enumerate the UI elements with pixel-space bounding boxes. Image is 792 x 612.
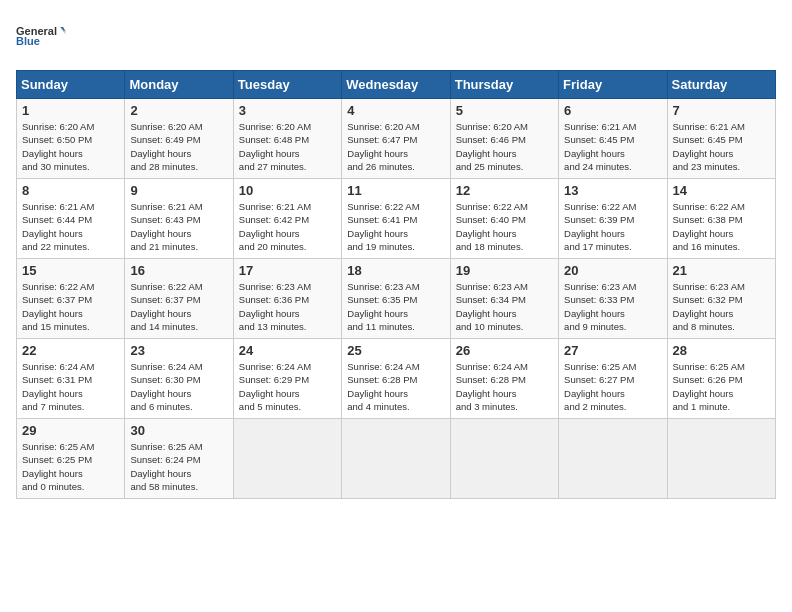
calendar-day: 30Sunrise: 6:25 AMSunset: 6:24 PMDayligh… — [125, 419, 233, 499]
day-info: Sunrise: 6:20 AMSunset: 6:50 PMDaylight … — [22, 120, 119, 173]
weekday-header: Wednesday — [342, 71, 450, 99]
day-number: 18 — [347, 263, 444, 278]
calendar-week: 8Sunrise: 6:21 AMSunset: 6:44 PMDaylight… — [17, 179, 776, 259]
day-info: Sunrise: 6:22 AMSunset: 6:41 PMDaylight … — [347, 200, 444, 253]
calendar-day: 12Sunrise: 6:22 AMSunset: 6:40 PMDayligh… — [450, 179, 558, 259]
calendar-day: 28Sunrise: 6:25 AMSunset: 6:26 PMDayligh… — [667, 339, 775, 419]
weekday-header: Sunday — [17, 71, 125, 99]
day-info: Sunrise: 6:21 AMSunset: 6:42 PMDaylight … — [239, 200, 336, 253]
day-info: Sunrise: 6:22 AMSunset: 6:40 PMDaylight … — [456, 200, 553, 253]
day-number: 15 — [22, 263, 119, 278]
calendar-day: 1Sunrise: 6:20 AMSunset: 6:50 PMDaylight… — [17, 99, 125, 179]
calendar-day: 21Sunrise: 6:23 AMSunset: 6:32 PMDayligh… — [667, 259, 775, 339]
calendar-day: 8Sunrise: 6:21 AMSunset: 6:44 PMDaylight… — [17, 179, 125, 259]
day-info: Sunrise: 6:23 AMSunset: 6:36 PMDaylight … — [239, 280, 336, 333]
calendar-week: 22Sunrise: 6:24 AMSunset: 6:31 PMDayligh… — [17, 339, 776, 419]
calendar-day: 25Sunrise: 6:24 AMSunset: 6:28 PMDayligh… — [342, 339, 450, 419]
calendar-day: 19Sunrise: 6:23 AMSunset: 6:34 PMDayligh… — [450, 259, 558, 339]
calendar-day: 7Sunrise: 6:21 AMSunset: 6:45 PMDaylight… — [667, 99, 775, 179]
day-info: Sunrise: 6:25 AMSunset: 6:24 PMDaylight … — [130, 440, 227, 493]
calendar-week: 15Sunrise: 6:22 AMSunset: 6:37 PMDayligh… — [17, 259, 776, 339]
logo-svg: General Blue — [16, 16, 66, 58]
day-info: Sunrise: 6:23 AMSunset: 6:33 PMDaylight … — [564, 280, 661, 333]
day-number: 9 — [130, 183, 227, 198]
day-info: Sunrise: 6:21 AMSunset: 6:45 PMDaylight … — [564, 120, 661, 173]
day-info: Sunrise: 6:22 AMSunset: 6:38 PMDaylight … — [673, 200, 770, 253]
calendar-day: 22Sunrise: 6:24 AMSunset: 6:31 PMDayligh… — [17, 339, 125, 419]
calendar-day: 17Sunrise: 6:23 AMSunset: 6:36 PMDayligh… — [233, 259, 341, 339]
calendar-day — [450, 419, 558, 499]
day-info: Sunrise: 6:21 AMSunset: 6:43 PMDaylight … — [130, 200, 227, 253]
weekday-header: Friday — [559, 71, 667, 99]
day-info: Sunrise: 6:24 AMSunset: 6:29 PMDaylight … — [239, 360, 336, 413]
day-number: 2 — [130, 103, 227, 118]
calendar-day: 11Sunrise: 6:22 AMSunset: 6:41 PMDayligh… — [342, 179, 450, 259]
calendar-day — [342, 419, 450, 499]
calendar-day: 24Sunrise: 6:24 AMSunset: 6:29 PMDayligh… — [233, 339, 341, 419]
page-header: General Blue — [16, 16, 776, 58]
day-info: Sunrise: 6:20 AMSunset: 6:48 PMDaylight … — [239, 120, 336, 173]
day-number: 12 — [456, 183, 553, 198]
day-number: 23 — [130, 343, 227, 358]
day-info: Sunrise: 6:22 AMSunset: 6:37 PMDaylight … — [22, 280, 119, 333]
day-number: 14 — [673, 183, 770, 198]
day-info: Sunrise: 6:23 AMSunset: 6:35 PMDaylight … — [347, 280, 444, 333]
day-info: Sunrise: 6:22 AMSunset: 6:37 PMDaylight … — [130, 280, 227, 333]
weekday-header: Saturday — [667, 71, 775, 99]
day-number: 26 — [456, 343, 553, 358]
day-info: Sunrise: 6:25 AMSunset: 6:26 PMDaylight … — [673, 360, 770, 413]
calendar-day — [667, 419, 775, 499]
day-number: 24 — [239, 343, 336, 358]
calendar-day — [559, 419, 667, 499]
day-number: 13 — [564, 183, 661, 198]
calendar-day: 13Sunrise: 6:22 AMSunset: 6:39 PMDayligh… — [559, 179, 667, 259]
day-info: Sunrise: 6:23 AMSunset: 6:34 PMDaylight … — [456, 280, 553, 333]
day-number: 28 — [673, 343, 770, 358]
day-number: 20 — [564, 263, 661, 278]
day-info: Sunrise: 6:21 AMSunset: 6:44 PMDaylight … — [22, 200, 119, 253]
day-info: Sunrise: 6:21 AMSunset: 6:45 PMDaylight … — [673, 120, 770, 173]
day-number: 17 — [239, 263, 336, 278]
day-number: 7 — [673, 103, 770, 118]
day-info: Sunrise: 6:20 AMSunset: 6:47 PMDaylight … — [347, 120, 444, 173]
day-number: 3 — [239, 103, 336, 118]
calendar-day: 6Sunrise: 6:21 AMSunset: 6:45 PMDaylight… — [559, 99, 667, 179]
weekday-header: Thursday — [450, 71, 558, 99]
day-number: 10 — [239, 183, 336, 198]
calendar-day: 29Sunrise: 6:25 AMSunset: 6:25 PMDayligh… — [17, 419, 125, 499]
day-number: 29 — [22, 423, 119, 438]
day-number: 25 — [347, 343, 444, 358]
day-number: 4 — [347, 103, 444, 118]
calendar-table: SundayMondayTuesdayWednesdayThursdayFrid… — [16, 70, 776, 499]
calendar-day: 23Sunrise: 6:24 AMSunset: 6:30 PMDayligh… — [125, 339, 233, 419]
day-info: Sunrise: 6:24 AMSunset: 6:31 PMDaylight … — [22, 360, 119, 413]
calendar-day: 2Sunrise: 6:20 AMSunset: 6:49 PMDaylight… — [125, 99, 233, 179]
weekday-header: Monday — [125, 71, 233, 99]
svg-text:Blue: Blue — [16, 35, 40, 47]
day-info: Sunrise: 6:23 AMSunset: 6:32 PMDaylight … — [673, 280, 770, 333]
calendar-week: 29Sunrise: 6:25 AMSunset: 6:25 PMDayligh… — [17, 419, 776, 499]
day-info: Sunrise: 6:22 AMSunset: 6:39 PMDaylight … — [564, 200, 661, 253]
day-number: 22 — [22, 343, 119, 358]
day-info: Sunrise: 6:20 AMSunset: 6:49 PMDaylight … — [130, 120, 227, 173]
day-number: 30 — [130, 423, 227, 438]
calendar-day — [233, 419, 341, 499]
day-number: 8 — [22, 183, 119, 198]
day-number: 1 — [22, 103, 119, 118]
calendar-day: 15Sunrise: 6:22 AMSunset: 6:37 PMDayligh… — [17, 259, 125, 339]
calendar-day: 3Sunrise: 6:20 AMSunset: 6:48 PMDaylight… — [233, 99, 341, 179]
calendar-day: 10Sunrise: 6:21 AMSunset: 6:42 PMDayligh… — [233, 179, 341, 259]
day-number: 6 — [564, 103, 661, 118]
day-number: 11 — [347, 183, 444, 198]
day-info: Sunrise: 6:25 AMSunset: 6:27 PMDaylight … — [564, 360, 661, 413]
logo: General Blue — [16, 16, 66, 58]
calendar-day: 4Sunrise: 6:20 AMSunset: 6:47 PMDaylight… — [342, 99, 450, 179]
calendar-day: 9Sunrise: 6:21 AMSunset: 6:43 PMDaylight… — [125, 179, 233, 259]
weekday-header: Tuesday — [233, 71, 341, 99]
day-info: Sunrise: 6:20 AMSunset: 6:46 PMDaylight … — [456, 120, 553, 173]
calendar-day: 14Sunrise: 6:22 AMSunset: 6:38 PMDayligh… — [667, 179, 775, 259]
day-info: Sunrise: 6:24 AMSunset: 6:30 PMDaylight … — [130, 360, 227, 413]
day-number: 27 — [564, 343, 661, 358]
calendar-day: 26Sunrise: 6:24 AMSunset: 6:28 PMDayligh… — [450, 339, 558, 419]
header-row: SundayMondayTuesdayWednesdayThursdayFrid… — [17, 71, 776, 99]
